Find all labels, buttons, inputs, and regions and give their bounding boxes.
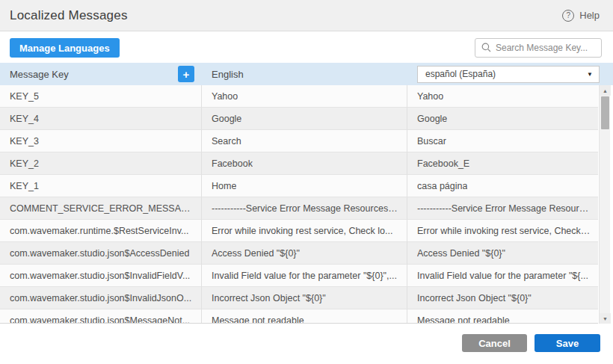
spanish-value-text: Incorrect Json Object "${0}" [417,293,532,303]
spanish-value-cell[interactable]: Access Denied "${0}" [407,242,598,265]
manage-languages-button[interactable]: Manage Languages [10,38,120,58]
table-row: KEY_1 Home casa página [0,175,598,197]
english-header-label: English [212,69,244,80]
page-title: Localized Messages [10,8,128,23]
english-value-text: Access Denied "${0}" [212,248,300,259]
spanish-value-text: Error while invoking rest service, Check… [417,226,591,236]
english-value-cell[interactable]: Incorrect Json Object "${0}" [202,287,407,309]
message-key-text: com.wavemaker.studio.json$InvalidJsonO..… [10,293,191,303]
localized-messages-panel: Localized Messages ? Help Manage Languag… [0,0,613,364]
english-value-text: Error while invoking rest service, Check… [212,226,392,236]
message-key-cell[interactable]: KEY_3 [0,130,202,152]
column-header-english: English [202,63,407,85]
spanish-value-cell[interactable]: Buscar [407,130,598,152]
message-key-cell[interactable]: com.wavemaker.runtime.$RestServiceInv... [0,220,202,242]
help-label: Help [579,10,600,21]
chevron-down-icon: ▼ [587,71,593,78]
english-value-text: Message not readable [212,315,304,324]
column-header-language: español (España) ▼ [407,63,613,85]
spanish-value-cell[interactable]: Message not readable [407,309,598,324]
messages-table-body: KEY_5 Yahoo Yahoo KEY_4 Google Google KE… [0,85,598,324]
english-value-cell[interactable]: Home [202,175,407,197]
scrollbar-thumb[interactable] [601,96,609,129]
spanish-value-text: Facebook_E [417,158,469,169]
search-input[interactable] [496,43,595,53]
english-value-cell[interactable]: Invalid Field value for the parameter "$… [202,265,407,287]
help-question-icon: ? [562,10,574,22]
table-row: com.wavemaker.studio.json$AccessDenied A… [0,242,598,265]
english-value-text: Search [212,136,241,146]
english-value-cell[interactable]: Search [202,130,407,152]
english-value-text: Facebook [212,158,253,169]
scroll-down-icon[interactable]: ▼ [600,313,611,324]
spanish-value-text: Google [417,114,447,124]
table-row: KEY_3 Search Buscar [0,130,598,152]
cancel-button[interactable]: Cancel [462,334,527,352]
spanish-value-cell[interactable]: Facebook_E [407,152,598,175]
message-key-text: KEY_1 [10,181,39,191]
table-row: KEY_2 Facebook Facebook_E [0,152,598,175]
toolbar: Manage Languages [0,32,613,63]
message-key-text: KEY_2 [10,158,39,169]
message-key-cell[interactable]: KEY_1 [0,175,202,197]
message-key-text: KEY_3 [10,136,39,146]
spanish-value-text: -----------Service Error Message Resourc… [417,203,591,214]
message-key-cell[interactable]: com.wavemaker.studio.json$AccessDenied [0,242,202,265]
table-row: COMMENT_SERVICE_ERROR_MESSAGES ---------… [0,197,598,220]
spanish-value-cell[interactable]: Incorrect Json Object "${0}" [407,287,598,309]
english-value-cell[interactable]: Message not readable [202,309,407,324]
spanish-value-cell[interactable]: casa página [407,175,598,197]
english-value-cell[interactable]: -----------Service Error Message Resourc… [202,197,407,220]
spanish-value-text: Access Denied "${0}" [417,248,505,259]
message-key-cell[interactable]: KEY_2 [0,152,202,175]
plus-icon: + [183,69,190,80]
help-button[interactable]: ? Help [562,10,600,22]
message-key-text: com.wavemaker.studio.json$InvalidFieldV.… [10,271,190,281]
spanish-value-cell[interactable]: -----------Service Error Message Resourc… [407,197,598,220]
english-value-text: -----------Service Error Message Resourc… [212,203,399,214]
message-key-cell[interactable]: COMMENT_SERVICE_ERROR_MESSAGES [0,197,202,220]
table-row: KEY_5 Yahoo Yahoo [0,85,598,108]
message-key-text: com.wavemaker.runtime.$RestServiceInv... [10,226,188,236]
message-key-cell[interactable]: KEY_4 [0,108,202,130]
message-key-text: com.wavemaker.studio.json$AccessDenied [10,248,189,259]
add-key-button[interactable]: + [178,66,194,82]
message-key-text: KEY_4 [10,114,39,124]
english-value-text: Home [212,181,236,191]
spanish-value-cell[interactable]: Google [407,108,598,130]
scroll-up-icon[interactable]: ▲ [600,85,611,96]
spanish-value-text: Buscar [417,136,446,146]
english-value-text: Invalid Field value for the parameter "$… [212,271,397,281]
table-row: com.wavemaker.studio.json$InvalidFieldV.… [0,265,598,287]
english-value-cell[interactable]: Yahoo [202,85,407,108]
message-key-text: COMMENT_SERVICE_ERROR_MESSAGES [10,203,194,214]
search-box [475,38,602,58]
language-select[interactable]: español (España) ▼ [417,66,600,83]
table-row: com.wavemaker.studio.json$InvalidJsonO..… [0,287,598,309]
message-key-text: com.wavemaker.studio.json$MessageNot... [10,315,190,324]
spanish-value-cell[interactable]: Yahoo [407,85,598,108]
spanish-value-text: casa página [417,181,467,191]
title-bar: Localized Messages ? Help [0,0,613,31]
spanish-value-text: Message not readable [417,315,510,324]
english-value-cell[interactable]: Error while invoking rest service, Check… [202,220,407,242]
message-key-cell[interactable]: com.wavemaker.studio.json$MessageNot... [0,309,202,324]
table-row: com.wavemaker.runtime.$RestServiceInv...… [0,220,598,242]
message-key-header-label: Message Key [10,69,69,80]
language-select-value: español (España) [425,69,496,79]
message-key-cell[interactable]: KEY_5 [0,85,202,108]
message-key-cell[interactable]: com.wavemaker.studio.json$InvalidJsonO..… [0,287,202,309]
vertical-scrollbar[interactable]: ▲ ▼ [599,85,610,324]
english-value-cell[interactable]: Google [202,108,407,130]
spanish-value-cell[interactable]: Invalid Field value for the parameter "$… [407,265,598,287]
spanish-value-text: Yahoo [417,91,443,102]
spanish-value-cell[interactable]: Error while invoking rest service, Check… [407,220,598,242]
message-key-cell[interactable]: com.wavemaker.studio.json$InvalidFieldV.… [0,265,202,287]
search-icon [481,43,491,52]
english-value-cell[interactable]: Facebook [202,152,407,175]
english-value-cell[interactable]: Access Denied "${0}" [202,242,407,265]
table-row: KEY_4 Google Google [0,108,598,130]
footer-actions: Cancel Save [0,324,613,364]
table-header: Message Key + English español (España) ▼ [0,63,613,85]
save-button[interactable]: Save [535,334,600,352]
